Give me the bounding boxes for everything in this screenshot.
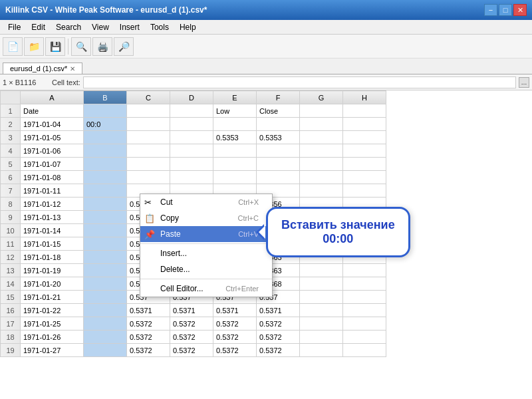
cell-16-f[interactable]: 0.5371 — [257, 304, 300, 317]
cell-5-d[interactable] — [170, 158, 213, 171]
cell-10-a[interactable]: 1971-01-14 — [21, 224, 84, 237]
menu-file[interactable]: File — [3, 20, 26, 34]
cell-18-d[interactable]: 0.5372 — [170, 331, 213, 344]
menu-help[interactable]: Help — [174, 20, 201, 34]
cell-4-e[interactable] — [213, 144, 257, 158]
cell-18-h[interactable] — [343, 331, 386, 344]
cell-19-d[interactable]: 0.5372 — [170, 344, 213, 357]
col-header-c[interactable]: C — [127, 91, 170, 104]
cell-18-e[interactable]: 0.5372 — [213, 331, 257, 344]
cell-13-a[interactable]: 1971-01-19 — [21, 264, 84, 277]
menu-search[interactable]: Search — [51, 20, 86, 34]
cell-19-f[interactable]: 0.5372 — [257, 344, 300, 357]
cell-2-b[interactable]: 00:0 — [84, 118, 127, 131]
cell-17-f[interactable]: 0.5372 — [257, 317, 300, 331]
col-header-e[interactable]: E — [213, 91, 257, 104]
cell-19-c[interactable]: 0.5372 — [127, 344, 170, 357]
cell-14-b[interactable] — [84, 277, 127, 291]
cell-18-a[interactable]: 1971-01-26 — [21, 331, 84, 344]
cell-18-b[interactable] — [84, 331, 127, 344]
cell-4-a[interactable]: 1971-01-06 — [21, 144, 84, 158]
cell-18-g[interactable] — [300, 331, 343, 344]
cell-5-b[interactable] — [84, 158, 127, 171]
print-button[interactable]: 🖨️ — [92, 37, 112, 56]
menu-edit[interactable]: Edit — [26, 20, 51, 34]
cell-1-d[interactable] — [170, 104, 213, 118]
cell-9-b[interactable] — [84, 211, 127, 224]
cell-14-h[interactable] — [343, 277, 386, 291]
cell-1-g[interactable] — [300, 104, 343, 118]
context-menu-item-delete[interactable]: Delete... — [140, 261, 272, 277]
context-menu-item-cut[interactable]: ✂CutCtrl+X — [140, 194, 272, 210]
cell-17-c[interactable]: 0.5372 — [127, 317, 170, 331]
cell-12-a[interactable]: 1971-01-18 — [21, 251, 84, 264]
cell-2-d[interactable] — [170, 118, 213, 131]
col-header-h[interactable]: H — [343, 91, 386, 104]
cell-16-b[interactable] — [84, 304, 127, 317]
cell-16-d[interactable]: 0.5371 — [170, 304, 213, 317]
cell-3-c[interactable] — [127, 131, 170, 144]
cell-3-d[interactable] — [170, 131, 213, 144]
cell-1-a[interactable]: Date — [21, 104, 84, 118]
col-header-g[interactable]: G — [300, 91, 343, 104]
cell-6-f[interactable] — [257, 171, 300, 184]
cell-1-b[interactable] — [84, 104, 127, 118]
cell-1-f[interactable]: Close — [257, 104, 300, 118]
cell-10-b[interactable] — [84, 224, 127, 237]
context-menu-item-cell_editor[interactable]: Cell Editor...Ctrl+Enter — [140, 281, 272, 297]
cell-6-c[interactable] — [127, 171, 170, 184]
cell-6-g[interactable] — [300, 171, 343, 184]
cell-4-f[interactable] — [257, 144, 300, 158]
cell-19-g[interactable] — [300, 344, 343, 357]
cell-11-a[interactable]: 1971-01-15 — [21, 237, 84, 251]
close-button[interactable]: ✕ — [513, 4, 527, 16]
cell-17-g[interactable] — [300, 317, 343, 331]
open-button[interactable]: 📁 — [24, 37, 44, 56]
cell-5-h[interactable] — [343, 158, 386, 171]
cell-18-f[interactable]: 0.5372 — [257, 331, 300, 344]
cell-18-c[interactable]: 0.5372 — [127, 331, 170, 344]
cell-13-b[interactable] — [84, 264, 127, 277]
cell-text-input[interactable] — [83, 76, 516, 88]
cell-4-c[interactable] — [127, 144, 170, 158]
cell-2-g[interactable] — [300, 118, 343, 131]
cell-3-f[interactable]: 0.5353 — [257, 131, 300, 144]
cell-19-e[interactable]: 0.5372 — [213, 344, 257, 357]
cell-17-d[interactable]: 0.5372 — [170, 317, 213, 331]
cell-4-b[interactable] — [84, 144, 127, 158]
maximize-button[interactable]: □ — [499, 4, 512, 16]
cell-14-a[interactable]: 1971-01-20 — [21, 277, 84, 291]
cell-7-g[interactable] — [300, 184, 343, 198]
cell-17-a[interactable]: 1971-01-25 — [21, 317, 84, 331]
cell-3-e[interactable]: 0.5353 — [213, 131, 257, 144]
cell-19-a[interactable]: 1971-01-27 — [21, 344, 84, 357]
cell-6-a[interactable]: 1971-01-08 — [21, 171, 84, 184]
save-button[interactable]: 💾 — [45, 37, 65, 56]
cell-5-a[interactable]: 1971-01-07 — [21, 158, 84, 171]
cell-1-h[interactable] — [343, 104, 386, 118]
menu-tools[interactable]: Tools — [145, 20, 174, 34]
cell-2-h[interactable] — [343, 118, 386, 131]
cell-3-a[interactable]: 1971-01-05 — [21, 131, 84, 144]
cell-13-h[interactable] — [343, 264, 386, 277]
cell-1-c[interactable] — [127, 104, 170, 118]
tab-eurusd[interactable]: eurusd_d (1).csv* ✕ — [3, 63, 82, 74]
cell-16-c[interactable]: 0.5371 — [127, 304, 170, 317]
cell-19-h[interactable] — [343, 344, 386, 357]
cell-4-d[interactable] — [170, 144, 213, 158]
cell-15-a[interactable]: 1971-01-21 — [21, 291, 84, 304]
expand-button[interactable]: … — [519, 77, 529, 88]
cell-15-g[interactable] — [300, 291, 343, 304]
cell-16-e[interactable]: 0.5371 — [213, 304, 257, 317]
cell-3-h[interactable] — [343, 131, 386, 144]
cell-13-g[interactable] — [300, 264, 343, 277]
cell-2-a[interactable]: 1971-01-04 — [21, 118, 84, 131]
cell-19-b[interactable] — [84, 344, 127, 357]
col-header-f[interactable]: F — [257, 91, 300, 104]
tab-close-button[interactable]: ✕ — [70, 65, 75, 72]
cell-16-a[interactable]: 1971-01-22 — [21, 304, 84, 317]
cell-7-h[interactable] — [343, 184, 386, 198]
cell-16-h[interactable] — [343, 304, 386, 317]
context-menu-item-insert[interactable]: Insert... — [140, 245, 272, 261]
new-button[interactable]: 📄 — [3, 37, 23, 56]
